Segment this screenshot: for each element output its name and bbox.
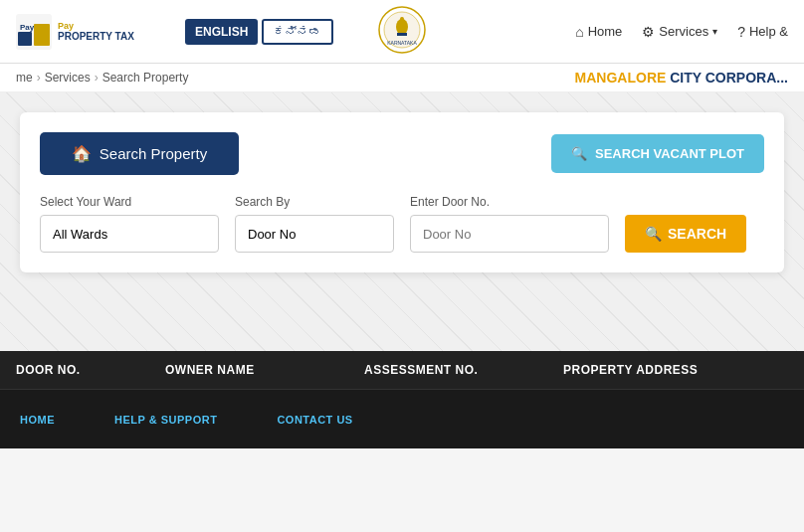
breadcrumb: me › Services › Search Property	[16, 71, 188, 85]
searchby-select[interactable]: Door No Owner Name Assessment No	[235, 215, 394, 253]
svg-rect-3	[34, 24, 50, 46]
nav-home[interactable]: ⌂ Home	[575, 24, 622, 40]
language-switcher: ENGLISH ಕನ್ನಡ	[185, 19, 333, 45]
search-vacant-label: SEARCH VACANT PLOT	[595, 146, 744, 161]
doorNo-label: Enter Door No.	[410, 195, 609, 209]
ward-form-group: Select Your Ward All Wards Ward 1 Ward 2…	[40, 195, 219, 253]
svg-text:KARNATAKA: KARNATAKA	[387, 40, 417, 46]
chevron-down-icon: ▾	[712, 26, 717, 37]
search-btn-label: SEARCH	[668, 226, 726, 242]
col-property-address: PROPERTY ADDRESS	[563, 363, 788, 377]
svg-rect-2	[18, 32, 32, 46]
svg-rect-7	[397, 33, 407, 36]
ward-label: Select Your Ward	[40, 195, 219, 209]
breadcrumb-bar: me › Services › Search Property MANGALOR…	[0, 64, 804, 92]
search-property-button[interactable]: 🏠 Search Property	[40, 132, 239, 175]
breadcrumb-sep-2: ›	[95, 71, 99, 85]
table-header-row: DOOR NO. OWNER NAME ASSESSMENT NO. PROPE…	[0, 351, 804, 389]
search-panel: 🏠 Search Property 🔍 SEARCH VACANT PLOT S…	[20, 112, 784, 272]
col-owner-name: OWNER NAME	[165, 363, 364, 377]
results-table: DOOR NO. OWNER NAME ASSESSMENT NO. PROPE…	[0, 351, 804, 389]
doorNo-form-group: Enter Door No.	[410, 195, 609, 253]
doorNo-input[interactable]	[410, 215, 609, 253]
footer-help-link[interactable]: HELP & SUPPORT	[114, 414, 217, 426]
house-icon: 🏠	[72, 144, 92, 163]
corp-name-orange: MANGALORE	[575, 70, 667, 86]
footer-dark: HOME HELP & SUPPORT CONTACT US	[0, 389, 804, 448]
footer-contact-link[interactable]: CONTACT US	[277, 414, 352, 426]
nav-help[interactable]: ? Help &	[737, 24, 788, 40]
breadcrumb-sep-1: ›	[37, 71, 41, 85]
nav-right: ⌂ Home ⚙ Services ▾ ? Help &	[575, 24, 788, 40]
main-content: 🏠 Search Property 🔍 SEARCH VACANT PLOT S…	[0, 92, 804, 351]
kannada-lang-button[interactable]: ಕನ್ನಡ	[262, 19, 333, 45]
help-icon: ?	[737, 24, 745, 40]
search-btn-icon: 🔍	[645, 226, 662, 242]
search-property-label: Search Property	[100, 145, 207, 162]
services-icon: ⚙	[642, 24, 655, 40]
english-lang-button[interactable]: ENGLISH	[185, 19, 258, 45]
breadcrumb-home[interactable]: me	[16, 71, 33, 85]
corp-name-blue: CITY CORPORA...	[670, 70, 788, 86]
nav-help-label: Help &	[749, 24, 788, 39]
svg-point-9	[400, 17, 404, 21]
state-emblem-icon: KARNATAKA	[377, 5, 427, 55]
searchby-form-group: Search By Door No Owner Name Assessment …	[235, 195, 394, 253]
page-header: Pay Pay PROPERTY TAX ENGLISH ಕನ್ನಡ KARNA…	[0, 0, 804, 64]
center-emblem: KARNATAKA	[377, 5, 427, 59]
search-form-row: Select Your Ward All Wards Ward 1 Ward 2…	[40, 195, 764, 253]
nav-services-label: Services	[659, 24, 708, 39]
search-vacant-icon: 🔍	[571, 146, 587, 161]
svg-text:Pay: Pay	[20, 23, 35, 32]
logo-area: Pay Pay PROPERTY TAX	[16, 14, 175, 50]
nav-services[interactable]: ⚙ Services ▾	[642, 24, 717, 40]
breadcrumb-services[interactable]: Services	[45, 71, 91, 85]
col-assessment-no: ASSESSMENT NO.	[364, 363, 563, 377]
ward-select[interactable]: All Wards Ward 1 Ward 2 Ward 3	[40, 215, 219, 253]
breadcrumb-current: Search Property	[102, 71, 189, 85]
nav-home-label: Home	[588, 24, 623, 39]
pay-icon: Pay	[16, 14, 52, 50]
searchby-label: Search By	[235, 195, 394, 209]
search-vacant-plot-button[interactable]: 🔍 SEARCH VACANT PLOT	[551, 134, 764, 173]
footer-home-link[interactable]: HOME	[20, 414, 55, 426]
search-top-row: 🏠 Search Property 🔍 SEARCH VACANT PLOT	[40, 132, 764, 175]
logo-text: Pay PROPERTY TAX	[58, 21, 134, 42]
home-icon: ⌂	[575, 24, 583, 40]
col-door-no: DOOR NO.	[16, 363, 165, 377]
corp-title: MANGALORE CITY CORPORA...	[575, 70, 788, 86]
search-button[interactable]: 🔍 SEARCH	[625, 215, 746, 253]
